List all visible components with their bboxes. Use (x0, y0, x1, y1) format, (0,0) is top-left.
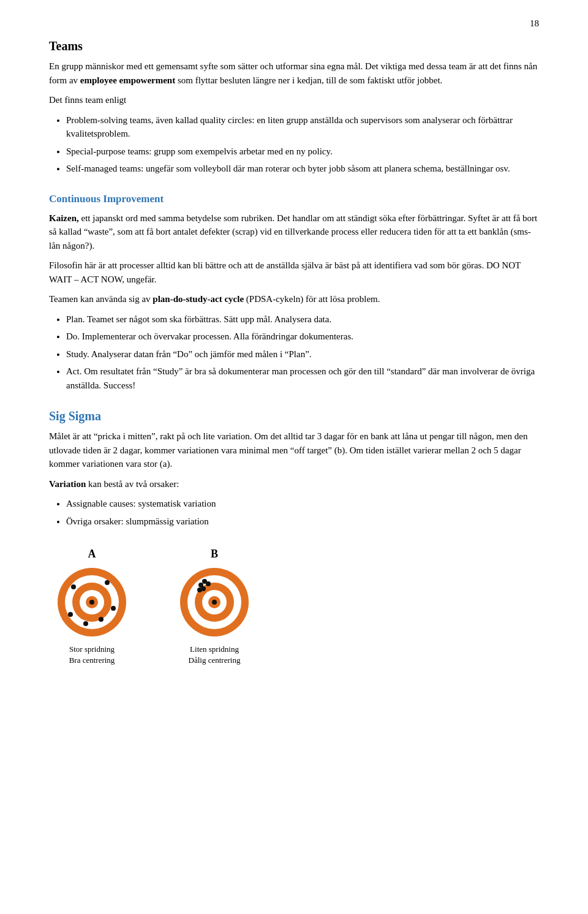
target-a-caption: Stor spridning Bra centrering (69, 644, 115, 666)
list-item: Assignable causes: systematisk variation (66, 497, 539, 511)
intro-text-post: som flyttar besluten längre ner i kedjan… (175, 75, 442, 85)
target-b-label: B (211, 548, 218, 561)
sig-sigma-heading: Sig Sigma (49, 409, 539, 423)
variation-paragraph: Variation kan bestå av två orsaker: (49, 477, 539, 491)
list-item: Problem-solving teams, även kallad quali… (66, 113, 539, 141)
filosofin-paragraph: Filosofin här är att processer alltid ka… (49, 259, 539, 286)
target-b-caption: Liten spridning Dålig centrering (189, 644, 241, 666)
pdsa-intro-paragraph: Teamen kan använda sig av plan-do-study-… (49, 292, 539, 306)
kaizen-rest: ett japanskt ord med samma betydelse som… (49, 213, 537, 251)
target-b: B Liten spridning Dålig centre (178, 548, 251, 666)
svg-point-10 (83, 621, 88, 626)
target-b-svg (178, 565, 251, 639)
target-a: A Stor spridning Bra (55, 548, 129, 666)
variation-bold: Variation (49, 479, 86, 489)
list-item: Act. Om resultatet från “Study” är bra s… (66, 364, 539, 392)
svg-point-9 (68, 612, 73, 617)
ci-heading: Continuous Improvement (49, 193, 539, 205)
pdsa-pre: Teamen kan använda sig av (49, 294, 153, 304)
svg-point-5 (89, 600, 94, 605)
svg-point-6 (71, 584, 76, 589)
teams-heading: Teams (49, 39, 539, 53)
intro-paragraph: En grupp människor med ett gemensamt syf… (49, 59, 539, 87)
list-item: Self-managed teams: ungefär som volleybo… (66, 162, 539, 176)
kaizen-bold: Kaizen, (49, 213, 79, 223)
svg-point-11 (99, 617, 104, 622)
pdsa-bold: plan-do-study-act cycle (153, 294, 244, 304)
targets-row: A Stor spridning Bra (49, 548, 539, 666)
svg-point-8 (111, 606, 116, 611)
kaizen-paragraph: Kaizen, ett japanskt ord med samma betyd… (49, 211, 539, 253)
target-a-label: A (88, 548, 96, 561)
intro-bold: employee empowerment (80, 75, 175, 85)
det-finns-text: Det finns team enligt (49, 93, 539, 107)
pdsa-post: (PDSA-cykeln) för att lösa problem. (244, 294, 380, 304)
page-container: 18 Teams En grupp människor med ett geme… (0, 0, 588, 715)
target-a-svg (55, 565, 129, 639)
pdsa-list: Plan. Teamet ser något som ska förbättra… (66, 312, 539, 393)
list-item: Plan. Teamet ser något som ska förbättra… (66, 312, 539, 327)
svg-point-20 (206, 581, 211, 586)
list-item: Do. Implementerar och övervakar processe… (66, 330, 539, 344)
svg-point-7 (105, 580, 110, 585)
svg-point-22 (201, 586, 206, 591)
list-item: Övriga orsaker: slumpmässig variation (66, 515, 539, 529)
page-number: 18 (530, 18, 539, 29)
list-item: Study. Analyserar datan från “Do” och jä… (66, 347, 539, 361)
list-item: Special-purpose teams: grupp som exempel… (66, 145, 539, 159)
sig-sigma-p1: Målet är att “pricka i mitten”, rakt på … (49, 429, 539, 471)
svg-point-17 (212, 600, 217, 605)
team-types-list: Problem-solving teams, även kallad quali… (66, 113, 539, 176)
variation-list: Assignable causes: systematisk variation… (66, 497, 539, 528)
variation-rest: kan bestå av två orsaker: (86, 479, 179, 489)
